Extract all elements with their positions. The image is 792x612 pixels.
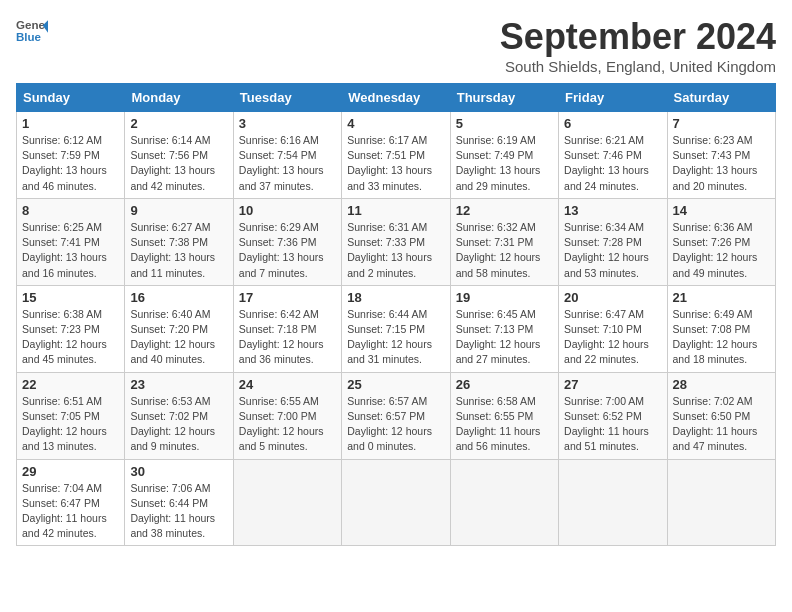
day-info: Sunrise: 6:29 AM Sunset: 7:36 PM Dayligh… (239, 220, 336, 281)
day-number: 8 (22, 203, 119, 218)
month-title: September 2024 (500, 16, 776, 58)
calendar-cell: 25Sunrise: 6:57 AM Sunset: 6:57 PM Dayli… (342, 372, 450, 459)
day-number: 12 (456, 203, 553, 218)
calendar-table: SundayMondayTuesdayWednesdayThursdayFrid… (16, 83, 776, 546)
calendar-cell: 23Sunrise: 6:53 AM Sunset: 7:02 PM Dayli… (125, 372, 233, 459)
calendar-cell-empty (667, 459, 775, 546)
weekday-header-cell: Friday (559, 84, 667, 112)
day-number: 2 (130, 116, 227, 131)
calendar-cell: 19Sunrise: 6:45 AM Sunset: 7:13 PM Dayli… (450, 285, 558, 372)
day-info: Sunrise: 6:16 AM Sunset: 7:54 PM Dayligh… (239, 133, 336, 194)
day-number: 4 (347, 116, 444, 131)
day-info: Sunrise: 6:34 AM Sunset: 7:28 PM Dayligh… (564, 220, 661, 281)
logo-icon: General Blue (16, 16, 48, 44)
day-info: Sunrise: 6:21 AM Sunset: 7:46 PM Dayligh… (564, 133, 661, 194)
calendar-cell: 16Sunrise: 6:40 AM Sunset: 7:20 PM Dayli… (125, 285, 233, 372)
weekday-header-cell: Tuesday (233, 84, 341, 112)
day-number: 17 (239, 290, 336, 305)
day-info: Sunrise: 6:49 AM Sunset: 7:08 PM Dayligh… (673, 307, 770, 368)
calendar-week-row: 22Sunrise: 6:51 AM Sunset: 7:05 PM Dayli… (17, 372, 776, 459)
day-info: Sunrise: 6:17 AM Sunset: 7:51 PM Dayligh… (347, 133, 444, 194)
day-info: Sunrise: 7:04 AM Sunset: 6:47 PM Dayligh… (22, 481, 119, 542)
weekday-header-cell: Monday (125, 84, 233, 112)
day-number: 11 (347, 203, 444, 218)
day-number: 3 (239, 116, 336, 131)
calendar-cell: 15Sunrise: 6:38 AM Sunset: 7:23 PM Dayli… (17, 285, 125, 372)
calendar-cell: 1Sunrise: 6:12 AM Sunset: 7:59 PM Daylig… (17, 112, 125, 199)
day-info: Sunrise: 6:19 AM Sunset: 7:49 PM Dayligh… (456, 133, 553, 194)
calendar-week-row: 1Sunrise: 6:12 AM Sunset: 7:59 PM Daylig… (17, 112, 776, 199)
day-number: 23 (130, 377, 227, 392)
day-info: Sunrise: 6:58 AM Sunset: 6:55 PM Dayligh… (456, 394, 553, 455)
day-number: 13 (564, 203, 661, 218)
day-info: Sunrise: 6:51 AM Sunset: 7:05 PM Dayligh… (22, 394, 119, 455)
calendar-cell: 30Sunrise: 7:06 AM Sunset: 6:44 PM Dayli… (125, 459, 233, 546)
calendar-cell: 18Sunrise: 6:44 AM Sunset: 7:15 PM Dayli… (342, 285, 450, 372)
day-info: Sunrise: 6:45 AM Sunset: 7:13 PM Dayligh… (456, 307, 553, 368)
location-subtitle: South Shields, England, United Kingdom (500, 58, 776, 75)
calendar-cell-empty (559, 459, 667, 546)
calendar-cell: 22Sunrise: 6:51 AM Sunset: 7:05 PM Dayli… (17, 372, 125, 459)
calendar-week-row: 15Sunrise: 6:38 AM Sunset: 7:23 PM Dayli… (17, 285, 776, 372)
calendar-cell: 27Sunrise: 7:00 AM Sunset: 6:52 PM Dayli… (559, 372, 667, 459)
day-info: Sunrise: 6:53 AM Sunset: 7:02 PM Dayligh… (130, 394, 227, 455)
day-number: 7 (673, 116, 770, 131)
day-info: Sunrise: 6:32 AM Sunset: 7:31 PM Dayligh… (456, 220, 553, 281)
day-info: Sunrise: 6:44 AM Sunset: 7:15 PM Dayligh… (347, 307, 444, 368)
day-info: Sunrise: 6:14 AM Sunset: 7:56 PM Dayligh… (130, 133, 227, 194)
day-info: Sunrise: 6:40 AM Sunset: 7:20 PM Dayligh… (130, 307, 227, 368)
day-number: 9 (130, 203, 227, 218)
day-info: Sunrise: 6:38 AM Sunset: 7:23 PM Dayligh… (22, 307, 119, 368)
page-header: General Blue September 2024 South Shield… (16, 16, 776, 75)
calendar-cell: 20Sunrise: 6:47 AM Sunset: 7:10 PM Dayli… (559, 285, 667, 372)
calendar-cell: 17Sunrise: 6:42 AM Sunset: 7:18 PM Dayli… (233, 285, 341, 372)
day-info: Sunrise: 6:23 AM Sunset: 7:43 PM Dayligh… (673, 133, 770, 194)
calendar-cell-empty (450, 459, 558, 546)
day-number: 14 (673, 203, 770, 218)
svg-text:Blue: Blue (16, 31, 42, 43)
day-number: 28 (673, 377, 770, 392)
calendar-body: 1Sunrise: 6:12 AM Sunset: 7:59 PM Daylig… (17, 112, 776, 546)
day-info: Sunrise: 6:36 AM Sunset: 7:26 PM Dayligh… (673, 220, 770, 281)
calendar-cell: 4Sunrise: 6:17 AM Sunset: 7:51 PM Daylig… (342, 112, 450, 199)
calendar-cell: 14Sunrise: 6:36 AM Sunset: 7:26 PM Dayli… (667, 198, 775, 285)
calendar-week-row: 29Sunrise: 7:04 AM Sunset: 6:47 PM Dayli… (17, 459, 776, 546)
calendar-cell: 29Sunrise: 7:04 AM Sunset: 6:47 PM Dayli… (17, 459, 125, 546)
day-info: Sunrise: 6:42 AM Sunset: 7:18 PM Dayligh… (239, 307, 336, 368)
calendar-cell: 5Sunrise: 6:19 AM Sunset: 7:49 PM Daylig… (450, 112, 558, 199)
day-number: 6 (564, 116, 661, 131)
day-info: Sunrise: 6:57 AM Sunset: 6:57 PM Dayligh… (347, 394, 444, 455)
day-number: 18 (347, 290, 444, 305)
day-number: 20 (564, 290, 661, 305)
weekday-header-cell: Thursday (450, 84, 558, 112)
calendar-cell: 28Sunrise: 7:02 AM Sunset: 6:50 PM Dayli… (667, 372, 775, 459)
calendar-cell: 13Sunrise: 6:34 AM Sunset: 7:28 PM Dayli… (559, 198, 667, 285)
day-info: Sunrise: 7:02 AM Sunset: 6:50 PM Dayligh… (673, 394, 770, 455)
day-number: 19 (456, 290, 553, 305)
weekday-header-cell: Sunday (17, 84, 125, 112)
day-info: Sunrise: 6:55 AM Sunset: 7:00 PM Dayligh… (239, 394, 336, 455)
calendar-cell: 2Sunrise: 6:14 AM Sunset: 7:56 PM Daylig… (125, 112, 233, 199)
calendar-cell: 10Sunrise: 6:29 AM Sunset: 7:36 PM Dayli… (233, 198, 341, 285)
calendar-cell: 3Sunrise: 6:16 AM Sunset: 7:54 PM Daylig… (233, 112, 341, 199)
day-number: 30 (130, 464, 227, 479)
calendar-cell: 8Sunrise: 6:25 AM Sunset: 7:41 PM Daylig… (17, 198, 125, 285)
day-info: Sunrise: 7:06 AM Sunset: 6:44 PM Dayligh… (130, 481, 227, 542)
weekday-header-cell: Wednesday (342, 84, 450, 112)
day-info: Sunrise: 6:12 AM Sunset: 7:59 PM Dayligh… (22, 133, 119, 194)
calendar-cell: 21Sunrise: 6:49 AM Sunset: 7:08 PM Dayli… (667, 285, 775, 372)
day-number: 1 (22, 116, 119, 131)
title-area: September 2024 South Shields, England, U… (500, 16, 776, 75)
calendar-cell: 12Sunrise: 6:32 AM Sunset: 7:31 PM Dayli… (450, 198, 558, 285)
calendar-cell: 9Sunrise: 6:27 AM Sunset: 7:38 PM Daylig… (125, 198, 233, 285)
day-info: Sunrise: 7:00 AM Sunset: 6:52 PM Dayligh… (564, 394, 661, 455)
day-number: 21 (673, 290, 770, 305)
day-info: Sunrise: 6:47 AM Sunset: 7:10 PM Dayligh… (564, 307, 661, 368)
day-info: Sunrise: 6:25 AM Sunset: 7:41 PM Dayligh… (22, 220, 119, 281)
day-number: 29 (22, 464, 119, 479)
day-number: 15 (22, 290, 119, 305)
day-number: 10 (239, 203, 336, 218)
day-info: Sunrise: 6:31 AM Sunset: 7:33 PM Dayligh… (347, 220, 444, 281)
day-number: 27 (564, 377, 661, 392)
day-number: 16 (130, 290, 227, 305)
